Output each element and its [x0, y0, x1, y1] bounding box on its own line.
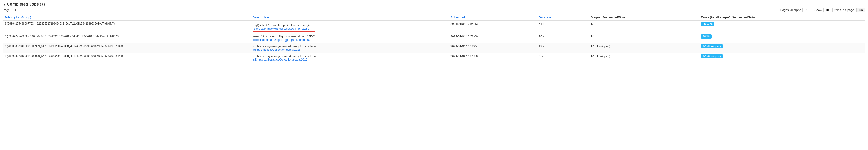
- tasks-cell: 10/10: [699, 33, 865, 43]
- col-tasks: Tasks (for all stages): Succeeded/Total: [699, 14, 865, 21]
- duration-cell: 54 s: [537, 21, 589, 33]
- col-duration[interactable]: Duration ↑: [537, 14, 589, 21]
- description-text: -- This is a system generated query from…: [253, 54, 447, 58]
- submitted-cell: 2024/01/04 10:52:00: [448, 33, 537, 43]
- job-id-cell: 2 (598642754680077534_755532563523287522…: [3, 33, 251, 43]
- stages-cell: 1/1: [589, 33, 699, 43]
- tasks-cell: 258/258: [699, 21, 865, 33]
- show-count-input[interactable]: [824, 7, 833, 12]
- table-row: 3 (785038523435071909909_547826098260249…: [3, 43, 865, 53]
- sort-arrow-icon: ↑: [552, 16, 553, 19]
- items-per-page-label: items in a page.: [834, 8, 855, 12]
- table-row: 6 (598642754680077534_622855517299464081…: [3, 21, 865, 33]
- duration-cell: 12 s: [537, 43, 589, 53]
- description-cell: -- This is a system generated query from…: [251, 53, 448, 63]
- pages-info-text: 1 Pages. Jump to: [778, 8, 801, 12]
- completed-jobs-table: Job Id (Job Group) Description Submitted…: [3, 14, 865, 63]
- tasks-badge: 1/1 (8 skipped): [701, 54, 723, 58]
- description-link[interactable]: isEmpty at StatisticsCollection.scala:10…: [253, 58, 308, 61]
- description-text: select * from sternp.flights where origi…: [253, 35, 447, 38]
- collapse-arrow-icon[interactable]: ▼: [3, 2, 6, 6]
- page-label-text: Page:: [3, 8, 10, 12]
- job-id-cell: 6 (598642754680077534_622855517299464081…: [3, 21, 251, 33]
- col-description: Description: [251, 14, 448, 21]
- tasks-cell: 1/1 (8 skipped): [699, 43, 865, 53]
- description-cell: -- This is a system generated query from…: [251, 43, 448, 53]
- completed-jobs-label: Completed Jobs: [7, 2, 39, 7]
- submitted-cell: 2024/01/04 10:54:43: [448, 21, 537, 33]
- description-text: -- This is a system generated query from…: [253, 45, 447, 48]
- col-job-id: Job Id (Job Group): [3, 14, 251, 21]
- page-title: ▼ Completed Jobs (7): [3, 2, 865, 7]
- pagination-row: Page: 1 Pages. Jump to . Show items in a…: [3, 7, 865, 12]
- description-link[interactable]: tail at StatisticsCollection.scala:1015: [253, 48, 301, 51]
- stages-cell: 1/1 (1 skipped): [589, 43, 699, 53]
- submitted-cell: 2024/01/04 10:52:04: [448, 43, 537, 53]
- description-link[interactable]: collectResult at OutputAggregator.scala:…: [253, 38, 311, 42]
- show-label-text: . Show: [813, 8, 822, 12]
- page-input[interactable]: [12, 7, 19, 12]
- job-id-cell: 3 (785038523435071909909_547826098260249…: [3, 43, 251, 53]
- completed-jobs-count: (7): [40, 2, 45, 7]
- stages-cell: 1/1: [589, 21, 699, 33]
- table-row: 2 (598642754680077534_755532563523287522…: [3, 33, 865, 43]
- col-stages: Stages: Succeeded/Total: [589, 14, 699, 21]
- job-id-cell: 1 (785038523435071909909_547826098260249…: [3, 53, 251, 63]
- submitted-cell: 2024/01/04 10:51:58: [448, 53, 537, 63]
- jump-to-input[interactable]: [802, 7, 811, 12]
- tasks-cell: 1/1 (8 skipped): [699, 53, 865, 63]
- tasks-badge: 1/1 (8 skipped): [701, 44, 723, 48]
- description-cell: select * from sternp.flights where origi…: [251, 33, 448, 43]
- duration-cell: 6 s: [537, 53, 589, 63]
- table-row: 1 (785038523435071909909_547826098260249…: [3, 53, 865, 63]
- pagination-controls: 1 Pages. Jump to . Show items in a page.…: [778, 7, 865, 12]
- go-button[interactable]: Go: [856, 7, 865, 12]
- description-link[interactable]: save at NativeMethodAccessorImpl.java:0: [254, 27, 309, 30]
- description-cell: sql('select * from sternp.flights where …: [251, 21, 448, 33]
- col-submitted: Submitted: [448, 14, 537, 21]
- tasks-badge: 258/258: [701, 22, 714, 26]
- stages-cell: 1/1 (1 skipped): [589, 53, 699, 63]
- table-header-row: Job Id (Job Group) Description Submitted…: [3, 14, 865, 21]
- description-text: sql('select * from sternp.flights where …: [254, 23, 314, 27]
- duration-cell: 16 s: [537, 33, 589, 43]
- page-indicator: Page:: [3, 7, 19, 12]
- tasks-badge: 10/10: [701, 34, 712, 39]
